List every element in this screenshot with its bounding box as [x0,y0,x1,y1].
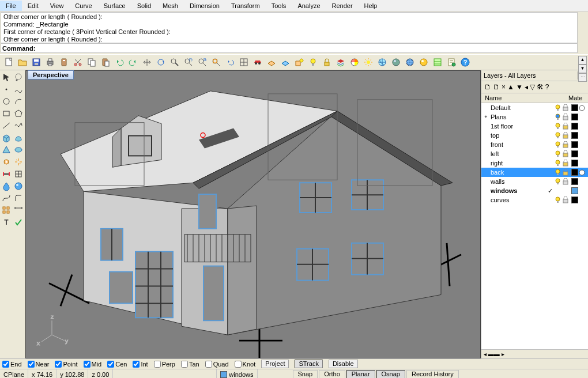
layer-row-left[interactable]: left [481,149,588,158]
box-icon[interactable] [1,132,12,143]
material-icon[interactable] [579,105,587,111]
expand-icon[interactable]: + [483,114,489,120]
lock-icon[interactable] [563,114,571,120]
menu-analyze[interactable]: Analyze [292,1,326,11]
layer-row-plans[interactable]: +Plans [481,112,588,122]
blend-crv-icon[interactable] [1,192,12,204]
osnap-point[interactable]: Point [55,361,77,368]
new-file-icon[interactable] [2,56,15,69]
color-swatch[interactable] [571,187,578,194]
save-icon[interactable] [30,56,43,69]
status-cplane[interactable]: CPlane [0,369,28,378]
menu-dimension[interactable]: Dimension [184,1,225,11]
lock-icon[interactable] [563,160,571,167]
status-record-history-toggle[interactable]: Record History [406,370,459,378]
osnap-int[interactable]: Int [133,361,148,368]
chevron-left-icon[interactable]: ◂ [525,83,528,91]
circle-icon[interactable] [1,96,12,107]
lock-icon[interactable] [563,132,571,139]
print-icon[interactable] [44,56,56,69]
osnap-project-button[interactable]: Project [261,360,289,368]
polygon-icon[interactable] [13,108,24,119]
menu-mesh[interactable]: Mesh [157,1,184,11]
bulb-icon[interactable] [555,104,563,112]
copy-clipboard-icon[interactable] [58,56,70,69]
layer-help-icon[interactable]: ? [545,83,549,91]
undo-view-icon[interactable] [224,56,236,69]
status-layer[interactable]: windows [217,369,257,378]
layers-icon[interactable] [334,56,347,69]
status-planar-toggle[interactable]: Planar [346,370,375,378]
car-icon[interactable] [251,56,264,69]
rotate-view-icon[interactable] [154,56,167,69]
color-swatch[interactable] [571,160,578,167]
color-swatch[interactable] [571,132,578,139]
menu-file[interactable]: File [0,1,22,11]
pan-icon[interactable] [141,56,153,69]
cmd-scroll-up-icon[interactable]: ▲ [578,56,587,65]
bulb-icon[interactable] [555,160,563,167]
menu-render[interactable]: Render [326,1,359,11]
lock-icon[interactable] [321,56,333,69]
wave-icon[interactable] [13,120,24,131]
arc-icon[interactable] [13,96,24,107]
color-swatch[interactable] [571,150,578,157]
text-icon[interactable]: T [1,217,12,228]
bulb-icon[interactable] [555,114,563,121]
menu-solid[interactable]: Solid [131,1,157,11]
open-file-icon[interactable] [16,56,29,69]
viewport[interactable]: z y x [25,70,481,358]
lock-icon[interactable] [563,104,571,111]
point-icon[interactable] [1,84,12,95]
viewport-tab[interactable]: Perspective [28,70,74,80]
tools-icon[interactable]: 🛠 [537,83,544,91]
gear-icon[interactable] [1,156,12,168]
layer-row-top[interactable]: top [481,131,588,140]
menu-view[interactable]: View [44,1,70,11]
control-pt-icon[interactable] [1,168,12,180]
osnap-end[interactable]: End [2,361,22,368]
menu-help[interactable]: Help [359,1,383,11]
cmd-scroll-down-icon[interactable]: ▼ [578,65,587,73]
copy-icon[interactable] [85,56,98,69]
undo-icon[interactable] [113,56,126,69]
globe-icon[interactable] [376,56,389,69]
menu-surface[interactable]: Surface [98,1,131,11]
cage-icon[interactable] [13,168,24,180]
lasso-icon[interactable] [13,71,24,83]
osnap-quad[interactable]: Quad [205,361,229,368]
move-up-icon[interactable]: ▲ [507,83,514,91]
color-swatch[interactable] [571,104,578,111]
paraboloid-icon[interactable] [13,132,24,143]
bulb-icon[interactable] [555,196,563,204]
osnap-near[interactable]: Near [28,361,50,368]
layer-row-curves[interactable]: curves [481,195,588,205]
color-swatch[interactable] [571,196,578,203]
move-down-icon[interactable]: ▼ [516,83,523,91]
lock-icon[interactable] [563,169,571,176]
ellipsoid-icon[interactable] [13,144,24,156]
filter-icon[interactable]: ▽ [530,83,535,91]
osnap-disable-button[interactable]: Disable [329,360,358,368]
material-icon[interactable] [348,56,361,69]
color-swatch[interactable] [571,141,578,148]
sphere-icon[interactable] [13,180,24,192]
layer-header-mate[interactable]: Mate [568,94,586,101]
render-icon[interactable] [417,56,430,69]
zoom-selected-icon[interactable] [210,56,223,69]
layer-header-name[interactable]: Name [484,94,568,101]
color-swatch[interactable] [571,123,578,130]
properties-icon[interactable] [445,56,458,69]
lock-icon[interactable] [563,141,571,148]
paste-icon[interactable] [99,56,112,69]
sphere-shade-icon[interactable] [390,56,402,69]
layer-row-right[interactable]: right [481,158,588,168]
set-cplane-icon[interactable] [265,56,278,69]
four-view-icon[interactable] [238,56,250,69]
osnap-perp[interactable]: Perp [154,361,175,368]
osnap-strack-button[interactable]: STrack [295,360,322,368]
menu-transform[interactable]: Transform [225,1,266,11]
zoom-window-icon[interactable] [182,56,195,69]
lock-icon[interactable] [563,178,571,185]
status-osnap-toggle[interactable]: Osnap [376,370,405,378]
